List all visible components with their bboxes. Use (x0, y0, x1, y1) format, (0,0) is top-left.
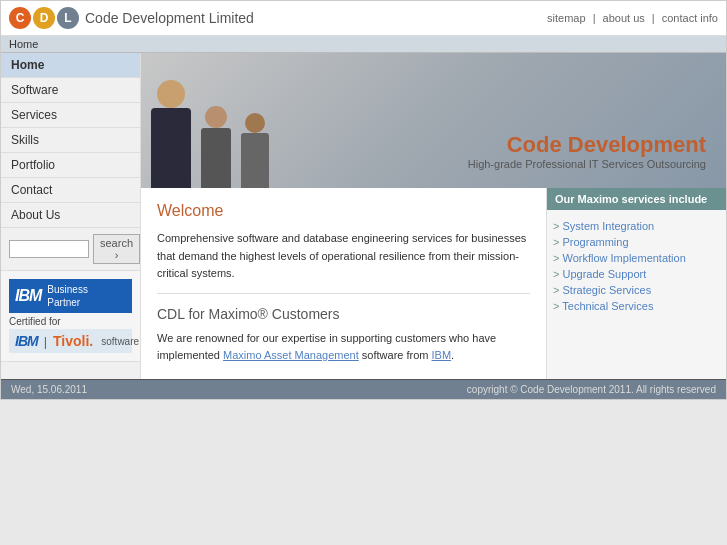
main-text: Welcome Comprehensive software and datab… (141, 188, 546, 379)
maximo-item-4[interactable]: Upgrade Support (562, 268, 646, 280)
company-name: Code Development Limited (85, 10, 254, 26)
person-body-1 (151, 108, 191, 188)
ibm-bp-text: Business Partner (47, 283, 88, 309)
welcome-title: Welcome (157, 202, 530, 220)
ibm-link[interactable]: IBM (432, 349, 452, 361)
content-area: Code Development High-grade Professional… (141, 53, 726, 379)
person-head-2 (205, 106, 227, 128)
ibm-top: IBM Business Partner (9, 279, 132, 313)
ibm-logo2: IBM (15, 333, 38, 349)
list-item: Technical Services (553, 298, 720, 314)
ibm-logo: IBM (15, 287, 41, 305)
maximo-header: Our Maximo services include (547, 188, 726, 210)
ibm-bottom: IBM | Tivoli. software (9, 329, 132, 353)
breadcrumb: Home (1, 36, 726, 53)
sidebar-item-about-us[interactable]: About Us (1, 203, 140, 228)
sidebar-item-portfolio[interactable]: Portfolio (1, 153, 140, 178)
sidebar-item-home[interactable]: Home (1, 53, 140, 78)
maximo-link[interactable]: Maximo Asset Management (223, 349, 359, 361)
search-input[interactable] (9, 240, 89, 258)
intro-text: Comprehensive software and database engi… (157, 230, 530, 294)
list-item: System Integration (553, 218, 720, 234)
maximo-item-1[interactable]: System Integration (562, 220, 654, 232)
hero-figure-3 (241, 113, 269, 188)
hero-figure-1 (151, 80, 191, 188)
person-head-3 (245, 113, 265, 133)
person-body-3 (241, 133, 269, 188)
cdl-title: CDL for Maximo® Customers (157, 306, 530, 322)
list-item: Strategic Services (553, 282, 720, 298)
list-item: Programming (553, 234, 720, 250)
person-head-1 (157, 80, 185, 108)
hero-title: Code Development (468, 132, 706, 158)
search-button[interactable]: search › (93, 234, 140, 264)
list-item: Upgrade Support (553, 266, 720, 282)
sidebar-item-software[interactable]: Software (1, 78, 140, 103)
content-split: Welcome Comprehensive software and datab… (141, 188, 726, 379)
contact-info-link[interactable]: contact info (662, 12, 718, 24)
search-box: search › (1, 228, 140, 271)
maximo-list: System Integration Programming Workflow … (547, 210, 726, 322)
hero-overlay: Code Development High-grade Professional… (468, 132, 706, 170)
person-body-2 (201, 128, 231, 188)
sidebar-item-contact[interactable]: Contact (1, 178, 140, 203)
logo-area: C D L Code Development Limited (9, 7, 254, 29)
maximo-item-5[interactable]: Strategic Services (562, 284, 651, 296)
sidebar-item-services[interactable]: Services (1, 103, 140, 128)
top-nav: sitemap | about us | contact info (547, 12, 718, 24)
maximo-sidebar: Our Maximo services include System Integ… (546, 188, 726, 379)
cdl-text: We are renowned for our expertise in sup… (157, 330, 530, 365)
main-layout: Home Software Services Skills Portfolio … (1, 53, 726, 379)
hero-subtitle: High-grade Professional IT Services Outs… (468, 158, 706, 170)
maximo-item-3[interactable]: Workflow Implementation (562, 252, 685, 264)
hero-people (151, 53, 281, 188)
maximo-item-2[interactable]: Programming (562, 236, 628, 248)
footer-copyright: copyright © Code Development 2011. All r… (467, 384, 716, 395)
sidebar: Home Software Services Skills Portfolio … (1, 53, 141, 379)
footer-date: Wed, 15.06.2011 (11, 384, 87, 395)
hero: Code Development High-grade Professional… (141, 53, 726, 188)
sitemap-link[interactable]: sitemap (547, 12, 586, 24)
logo-c: C (9, 7, 31, 29)
tivoli-label: Tivoli. (53, 333, 93, 349)
certified-text: Certified for (9, 316, 132, 327)
header: C D L Code Development Limited sitemap |… (1, 1, 726, 36)
footer: Wed, 15.06.2011 copyright © Code Develop… (1, 379, 726, 399)
ibm-badge: IBM Business Partner Certified for IBM |… (1, 271, 140, 362)
hero-figure-2 (201, 106, 231, 188)
sidebar-nav: Home Software Services Skills Portfolio … (1, 53, 140, 228)
maximo-item-6[interactable]: Technical Services (562, 300, 653, 312)
about-us-link[interactable]: about us (603, 12, 645, 24)
logo-l: L (57, 7, 79, 29)
list-item: Workflow Implementation (553, 250, 720, 266)
logo-d: D (33, 7, 55, 29)
sidebar-item-skills[interactable]: Skills (1, 128, 140, 153)
software-label: software (101, 336, 139, 347)
